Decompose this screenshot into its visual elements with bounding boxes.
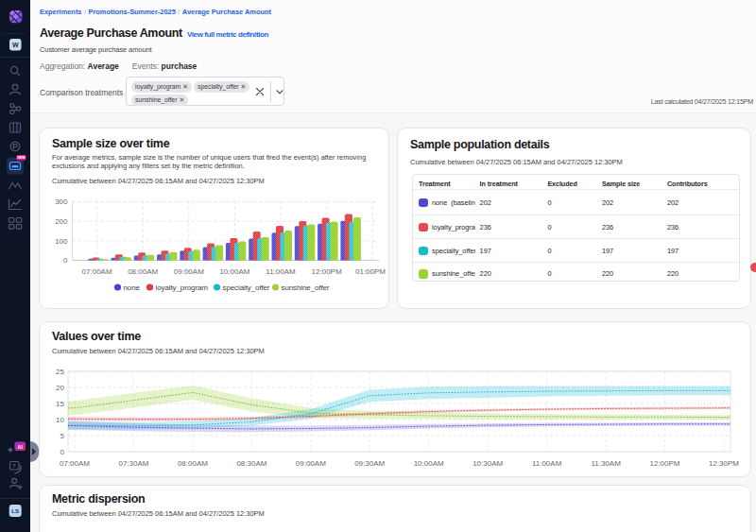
svg-text:specialty_offer: specialty_offer bbox=[223, 283, 270, 292]
svg-text:0: 0 bbox=[63, 256, 68, 265]
svg-text:08:30AM: 08:30AM bbox=[236, 459, 266, 468]
svg-text:100: 100 bbox=[55, 237, 68, 246]
svg-text:NEW: NEW bbox=[17, 156, 26, 160]
svg-text:11:00AM: 11:00AM bbox=[532, 459, 562, 468]
svg-text:11:00AM: 11:00AM bbox=[266, 267, 296, 276]
svg-text:08:00AM: 08:00AM bbox=[178, 459, 208, 468]
svg-text:11:30AM: 11:30AM bbox=[591, 459, 621, 468]
svg-text:09:00AM: 09:00AM bbox=[174, 267, 204, 276]
svg-text:12:00PM: 12:00PM bbox=[649, 459, 679, 468]
svg-text:01:00PM: 01:00PM bbox=[355, 267, 386, 276]
svg-text:10: 10 bbox=[56, 416, 64, 424]
svg-text:20: 20 bbox=[56, 384, 64, 392]
svg-text:sunshine_offer: sunshine_offer bbox=[282, 283, 330, 292]
svg-text:07:30AM: 07:30AM bbox=[118, 459, 148, 468]
svg-text:07:00AM: 07:00AM bbox=[60, 459, 90, 468]
svg-text:09:30AM: 09:30AM bbox=[354, 459, 385, 468]
svg-text:25: 25 bbox=[56, 368, 64, 376]
svg-text:07:00AM: 07:00AM bbox=[82, 267, 112, 276]
svg-text:10:30AM: 10:30AM bbox=[472, 459, 503, 468]
svg-text:LS: LS bbox=[11, 507, 19, 514]
svg-text:none: none bbox=[124, 283, 141, 292]
svg-text:09:00AM: 09:00AM bbox=[296, 459, 326, 468]
svg-text:10:00AM: 10:00AM bbox=[414, 459, 444, 468]
svg-text:15: 15 bbox=[56, 400, 64, 408]
svg-text:5: 5 bbox=[60, 432, 65, 440]
svg-text:200: 200 bbox=[55, 217, 68, 226]
svg-text:300: 300 bbox=[55, 197, 68, 206]
svg-text:12:00PM: 12:00PM bbox=[312, 267, 342, 276]
svg-text:12:30PM: 12:30PM bbox=[709, 459, 739, 468]
svg-text:08:00AM: 08:00AM bbox=[128, 267, 158, 276]
svg-text:W: W bbox=[12, 42, 19, 48]
svg-text:10:00AM: 10:00AM bbox=[219, 267, 249, 276]
svg-text:?: ? bbox=[12, 463, 16, 469]
svg-text:loyalty_program: loyalty_program bbox=[156, 283, 209, 292]
svg-text:0: 0 bbox=[60, 448, 65, 456]
svg-text:AI: AI bbox=[17, 444, 23, 450]
